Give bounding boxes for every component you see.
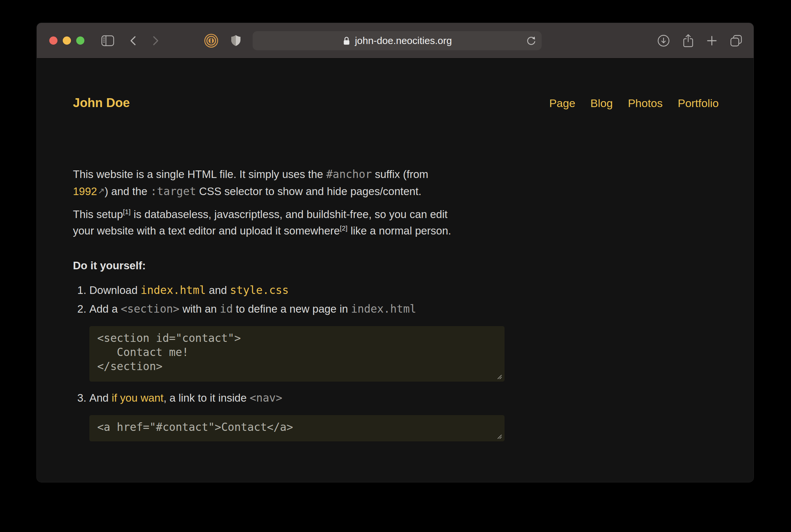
url-text: john-doe.neocities.org xyxy=(355,35,452,46)
text-segment: And xyxy=(89,392,112,404)
text-segment: CSS selector to show and hide pages/cont… xyxy=(196,185,421,197)
web-page: John Doe Page Blog Photos Portfolio This… xyxy=(37,58,754,482)
step-item-1: Download index.html and style.css xyxy=(89,282,719,299)
step-3-text: And if you want, a link to it inside <na… xyxy=(89,392,282,404)
intro-paragraph-1: This website is a single HTML file. It s… xyxy=(73,166,719,200)
text-segment: your website with a text editor and uplo… xyxy=(73,225,340,237)
close-button[interactable] xyxy=(49,36,57,45)
text-segment: ) and the xyxy=(105,185,150,197)
traffic-lights xyxy=(49,36,84,45)
code-editor-anchor[interactable]: <a href="#contact">Contact</a> xyxy=(89,415,505,441)
page-content: John Doe Page Blog Photos Portfolio This… xyxy=(37,58,754,441)
inline-code: <section> xyxy=(120,302,180,315)
text-segment: [2] xyxy=(340,224,347,232)
text-segment: with an xyxy=(180,303,220,315)
resize-grip-icon[interactable] xyxy=(496,433,503,440)
text-segment: , a link to it inside xyxy=(164,392,250,404)
step-item-2: Add a <section> with an id to define a n… xyxy=(89,301,719,382)
text-segment: ↗ xyxy=(98,186,105,195)
text-segment: is databaseless, javascriptless, and bui… xyxy=(131,208,448,220)
address-bar[interactable]: john-doe.neocities.org xyxy=(252,31,542,50)
resize-grip-icon[interactable] xyxy=(496,374,503,380)
step-1-text: Download index.html and style.css xyxy=(89,284,289,296)
intro-paragraph-2: This setup[1] is databaseless, javascrip… xyxy=(73,206,719,239)
text-segment: This website is a single HTML file. It s… xyxy=(73,168,326,180)
inline-code: id xyxy=(220,302,233,315)
zoom-button[interactable] xyxy=(76,36,84,45)
site-title: John Doe xyxy=(73,95,130,111)
text-segment: and xyxy=(206,284,230,296)
privacy-shield-button[interactable] xyxy=(230,34,241,47)
step-2-text: Add a <section> with an id to define a n… xyxy=(89,303,416,315)
site-header: John Doe Page Blog Photos Portfolio xyxy=(73,95,719,111)
inline-link[interactable]: if you want xyxy=(112,392,164,404)
back-icon xyxy=(128,35,138,46)
inline-link[interactable]: style.css xyxy=(230,284,289,297)
site-nav: Page Blog Photos Portfolio xyxy=(534,97,719,110)
content-blocker-button[interactable] xyxy=(204,33,219,48)
lock-icon xyxy=(342,36,351,46)
inline-code: #anchor xyxy=(326,168,372,180)
download-icon xyxy=(657,34,670,47)
nav-link-portfolio[interactable]: Portfolio xyxy=(678,97,719,110)
text-segment: suffix (from xyxy=(372,168,428,180)
text-segment: Download xyxy=(89,284,140,296)
new-tab-icon xyxy=(706,35,717,46)
text-segment: to define a new page in xyxy=(233,303,351,315)
code-editor-section[interactable]: <section id="contact"> Contact me! </sec… xyxy=(89,326,505,382)
shield-icon xyxy=(230,34,241,47)
step-item-3: And if you want, a link to it inside <na… xyxy=(89,390,719,441)
step-list: Download index.html and style.css Add a … xyxy=(73,282,719,441)
sidebar-icon xyxy=(101,35,114,46)
new-tab-button[interactable] xyxy=(706,35,717,46)
code-block-anchor: <a href="#contact">Contact</a> xyxy=(89,415,505,441)
nav-link-blog[interactable]: Blog xyxy=(590,97,613,110)
minimize-button[interactable] xyxy=(63,36,71,45)
tab-overview-button[interactable] xyxy=(730,35,743,47)
share-icon xyxy=(682,34,694,48)
back-button[interactable] xyxy=(128,35,138,46)
inline-code: index.html xyxy=(351,302,416,315)
text-segment: like a normal person. xyxy=(347,225,451,237)
code-block-section: <section id="contact"> Contact me! </sec… xyxy=(89,326,505,382)
diy-heading: Do it yourself: xyxy=(73,258,719,274)
browser-toolbar: john-doe.neocities.org xyxy=(37,23,754,58)
content-blocker-icon xyxy=(204,33,219,48)
reload-button[interactable] xyxy=(526,36,536,46)
forward-icon xyxy=(151,35,160,46)
sidebar-toggle-button[interactable] xyxy=(101,35,114,46)
reload-icon xyxy=(526,36,536,46)
toolbar-right-group xyxy=(657,34,743,48)
text-segment: This setup xyxy=(73,208,123,220)
inline-link[interactable]: 1992 xyxy=(73,185,97,197)
share-button[interactable] xyxy=(682,34,694,48)
inline-link[interactable]: index.html xyxy=(140,284,206,297)
text-segment: [1] xyxy=(123,208,130,215)
text-segment: Add a xyxy=(89,303,120,315)
downloads-button[interactable] xyxy=(657,34,670,47)
forward-button[interactable] xyxy=(151,35,160,46)
tabs-icon xyxy=(730,35,743,47)
nav-link-photos[interactable]: Photos xyxy=(628,97,663,110)
nav-link-page[interactable]: Page xyxy=(549,97,575,110)
inline-code: <nav> xyxy=(250,392,282,404)
desktop: { "browser": { "url": "john-doe.neocitie… xyxy=(0,0,791,532)
inline-code: :target xyxy=(150,185,196,198)
browser-window: john-doe.neocities.org xyxy=(37,23,754,482)
